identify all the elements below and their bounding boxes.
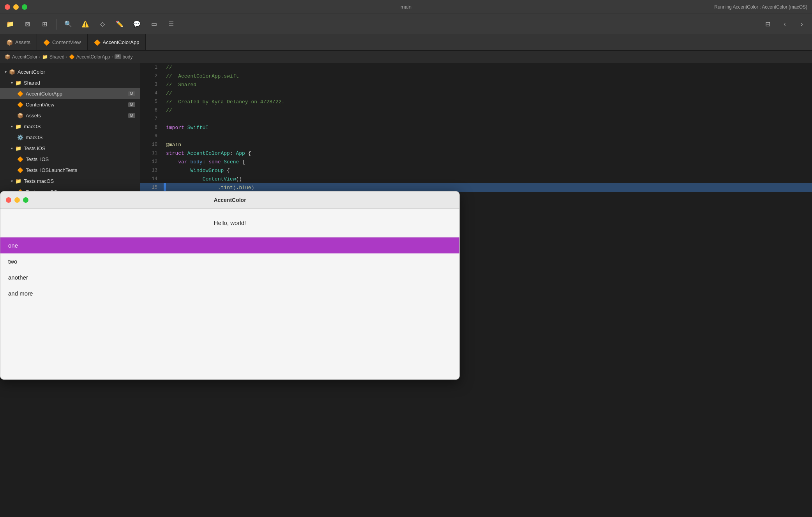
sidebar-item-macos[interactable]: ⚙️ macOS [0, 132, 140, 143]
preview-title-text: AccentColor [214, 197, 246, 203]
breadcrumb-accentcolor[interactable]: AccentColor [12, 54, 37, 60]
code-line-4: 4 // [140, 89, 812, 97]
preview-minimize-button[interactable] [14, 197, 20, 203]
breadcrumb-root-icon: 📦 [5, 54, 11, 60]
breadcrumb-shared[interactable]: Shared [49, 54, 65, 60]
sidebar-item-tests-macos-group[interactable]: ▾ 📁 Tests macOS [0, 175, 140, 186]
title-bar-center: main [401, 4, 411, 10]
tests-ios-folder-icon: 📁 [15, 145, 21, 151]
expand-icon-macos: ▾ [11, 124, 13, 129]
toolbar: 📁 ⊠ ⊞ 🔍 ⚠️ ◇ ✏️ 💬 ▭ ☰ ⊟ ‹ › [0, 14, 812, 34]
breadcrumb-body-badge: P [115, 54, 121, 59]
tab-assets[interactable]: 📦 Assets [0, 34, 37, 50]
lines-icon[interactable]: ☰ [166, 19, 177, 30]
list-item-more[interactable]: and more [0, 285, 459, 301]
list-item-one[interactable]: one [0, 237, 459, 253]
sidebar-item-tests-ios-launch[interactable]: 🔶 Tests_iOSLaunchTests [0, 165, 140, 175]
expand-icon: ▾ [5, 70, 7, 74]
preview-close-button[interactable] [6, 197, 11, 203]
assets-file-icon: 📦 [17, 113, 23, 119]
line-indicator [164, 183, 166, 192]
sidebar-item-tests-ios[interactable]: 🔶 Tests_iOS [0, 154, 140, 165]
bubble-icon[interactable]: 💬 [131, 19, 142, 30]
swift-icon-tests-ios: 🔶 [17, 156, 23, 162]
breadcrumb-sep-3: › [111, 55, 113, 59]
swift-icon-tests-ios-launch: 🔶 [17, 167, 23, 173]
preview-traffic-lights [6, 197, 28, 203]
code-line-3: 3 // Shared [140, 80, 812, 89]
code-line-11: 11 struct AccentColorApp: App { [140, 149, 812, 158]
sidebar-item-tests-ios-group[interactable]: ▾ 📁 Tests iOS [0, 143, 140, 154]
layout-icon[interactable]: ⊟ [762, 19, 773, 30]
folder-icon: 📦 [9, 69, 15, 75]
tab-accentcolorapp-label: AccentColorApp [103, 39, 139, 45]
preview-window: AccentColor Hello, world! one two anothe… [0, 191, 460, 380]
badge-contentview: M [128, 102, 135, 107]
minimize-button[interactable] [13, 4, 19, 10]
sidebar-label-tests-ios: Tests iOS [24, 145, 46, 151]
code-line-10: 10 @main [140, 140, 812, 149]
sidebar-item-accentcolorapp[interactable]: 🔶 AccentColorApp M [0, 88, 140, 99]
breadcrumb-accentcolor-label: AccentColor [12, 54, 37, 60]
code-line-8: 8 import SwiftUI [140, 123, 812, 132]
preview-title-bar: AccentColor [0, 191, 459, 209]
preview-content: Hello, world! one two another and more [0, 209, 459, 379]
sidebar-item-contentview[interactable]: 🔶 ContentView M [0, 99, 140, 110]
warning-icon[interactable]: ⊠ [22, 19, 33, 30]
sidebar-label-accentcolorapp: AccentColorApp [26, 91, 62, 97]
sidebar-item-accentcolor[interactable]: ▾ 📦 AccentColor [0, 66, 140, 77]
sidebar-item-shared[interactable]: ▾ 📁 Shared [0, 77, 140, 88]
sidebar-label-tests-macos: Tests macOS [24, 178, 54, 184]
breadcrumb-body-label: body [123, 54, 133, 60]
sidebar-label-contentview: ContentView [26, 102, 54, 108]
pencil-icon[interactable]: ✏️ [114, 19, 125, 30]
sidebar-item-macos-group[interactable]: ▾ 📁 macOS [0, 121, 140, 132]
badge-accentcolorapp: M [128, 91, 135, 96]
code-line-13: 13 WindowGroup { [140, 166, 812, 175]
grid-icon[interactable]: ⊞ [39, 19, 50, 30]
code-line-5: 5 // Created by Kyra Delaney on 4/28/22. [140, 97, 812, 106]
breadcrumb-app-icon: 🔶 [69, 54, 75, 60]
macos-folder-icon: 📁 [15, 124, 21, 129]
breadcrumb-body[interactable]: body [123, 54, 133, 60]
swift-icon-contentview: 🔶 [17, 102, 23, 108]
code-line-6: 6 // [140, 106, 812, 115]
rect-icon[interactable]: ▭ [148, 19, 159, 30]
breadcrumb-sep-1: › [39, 55, 40, 59]
code-line-15: 15 .tint(.blue) [140, 183, 812, 192]
tab-contentview-label: ContentView [52, 39, 81, 45]
tests-macos-folder-icon: 📁 [15, 178, 21, 184]
breadcrumb-accentcolorapp[interactable]: AccentColorApp [76, 54, 110, 60]
expand-icon-tests-macos: ▾ [11, 179, 13, 183]
sidebar-label-tests-ios-file: Tests_iOS [26, 156, 49, 162]
tab-contentview[interactable]: 🔶 ContentView [37, 34, 87, 50]
breadcrumb-shared-icon: 📁 [42, 54, 48, 60]
nav-back-icon[interactable]: ‹ [779, 19, 790, 30]
list-item-another[interactable]: another [0, 269, 459, 285]
run-status: Running AccentColor : AccentColor (macOS… [714, 4, 807, 10]
sidebar-label-assets: Assets [26, 113, 41, 119]
folder-icon[interactable]: 📁 [5, 19, 16, 30]
warning2-icon[interactable]: ⚠️ [80, 19, 91, 30]
diamond-icon[interactable]: ◇ [97, 19, 108, 30]
tab-accentcolorapp[interactable]: 🔶 AccentColorApp [88, 34, 146, 50]
assets-tab-icon: 📦 [6, 39, 13, 46]
swift-icon-accentcolorapp: 🔶 [17, 91, 23, 97]
shared-folder-icon: 📁 [15, 80, 21, 86]
code-line-14: 14 ContentView() [140, 175, 812, 183]
preview-maximize-button[interactable] [23, 197, 28, 203]
expand-icon-tests-ios: ▾ [11, 146, 13, 150]
sidebar-item-assets[interactable]: 📦 Assets M [0, 110, 140, 121]
maximize-button[interactable] [22, 4, 27, 10]
search-icon[interactable]: 🔍 [63, 19, 74, 30]
title-bar: main Running AccentColor : AccentColor (… [0, 0, 812, 14]
toolbar-sep-1 [56, 19, 56, 30]
code-line-12: 12 var body: some Scene { [140, 158, 812, 166]
tab-assets-label: Assets [15, 39, 30, 45]
sidebar-label-macos-group: macOS [24, 124, 41, 129]
close-button[interactable] [5, 4, 10, 10]
nav-forward-icon[interactable]: › [796, 19, 807, 30]
breadcrumb: 📦 AccentColor › 📁 Shared › 🔶 AccentColor… [0, 51, 812, 63]
list-item-two[interactable]: two [0, 253, 459, 269]
macos-file-icon: ⚙️ [17, 135, 23, 140]
